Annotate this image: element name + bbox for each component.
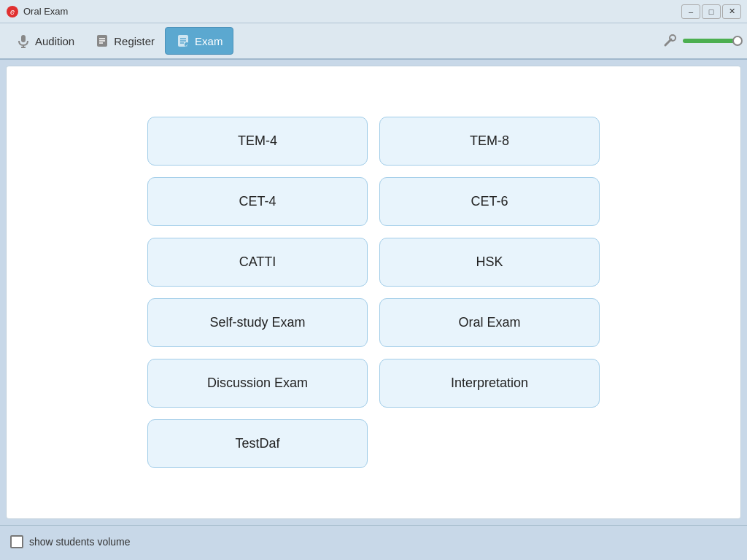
volume-slider[interactable]	[683, 39, 741, 43]
main-content: TEM-4 TEM-8 CET-4 CET-6 CATTI HSK Self-s…	[6, 66, 741, 519]
show-students-volume-checkbox[interactable]: show students volume	[10, 535, 131, 548]
tem8-button[interactable]: TEM-8	[379, 117, 600, 166]
svg-text:✓: ✓	[185, 43, 188, 47]
tem4-button[interactable]: TEM-4	[147, 117, 368, 166]
self-study-button[interactable]: Self-study Exam	[147, 298, 368, 347]
register-icon	[95, 34, 109, 48]
wrench-icon	[662, 34, 677, 48]
checkbox-label: show students volume	[29, 536, 131, 548]
discussion-exam-button[interactable]: Discussion Exam	[147, 359, 368, 408]
cet6-button[interactable]: CET-6	[379, 177, 600, 226]
minimize-button[interactable]: –	[681, 4, 700, 19]
volume-thumb[interactable]	[732, 36, 743, 46]
catti-button[interactable]: CATTI	[147, 238, 368, 287]
oral-exam-button[interactable]: Oral Exam	[379, 298, 600, 347]
interpretation-button[interactable]: Interpretation	[379, 359, 600, 408]
close-button[interactable]: ✕	[722, 4, 741, 19]
checkbox-icon	[10, 535, 23, 548]
toolbar: Audition Register ✓ Exam	[0, 23, 747, 60]
exam-grid: TEM-4 TEM-8 CET-4 CET-6 CATTI HSK Self-s…	[147, 117, 600, 468]
testdaf-button[interactable]: TestDaf	[147, 419, 368, 468]
svg-rect-2	[21, 35, 26, 42]
window-controls: – □ ✕	[681, 4, 741, 19]
nav-register-button[interactable]: Register	[85, 27, 165, 55]
mic-icon	[16, 34, 31, 48]
volume-control	[662, 34, 741, 48]
exam-icon: ✓	[176, 34, 190, 48]
svg-point-16	[670, 35, 676, 41]
maximize-button[interactable]: □	[702, 4, 721, 19]
bottom-bar: show students volume	[0, 525, 747, 557]
svg-text:e: e	[10, 7, 15, 16]
nav-exam-button[interactable]: ✓ Exam	[165, 27, 233, 55]
cet4-button[interactable]: CET-4	[147, 177, 368, 226]
nav-audition-button[interactable]: Audition	[6, 27, 85, 55]
window-title: Oral Exam	[23, 6, 681, 17]
hsk-button[interactable]: HSK	[379, 238, 600, 287]
title-bar: e Oral Exam – □ ✕	[0, 0, 747, 23]
app-icon: e	[6, 5, 19, 18]
